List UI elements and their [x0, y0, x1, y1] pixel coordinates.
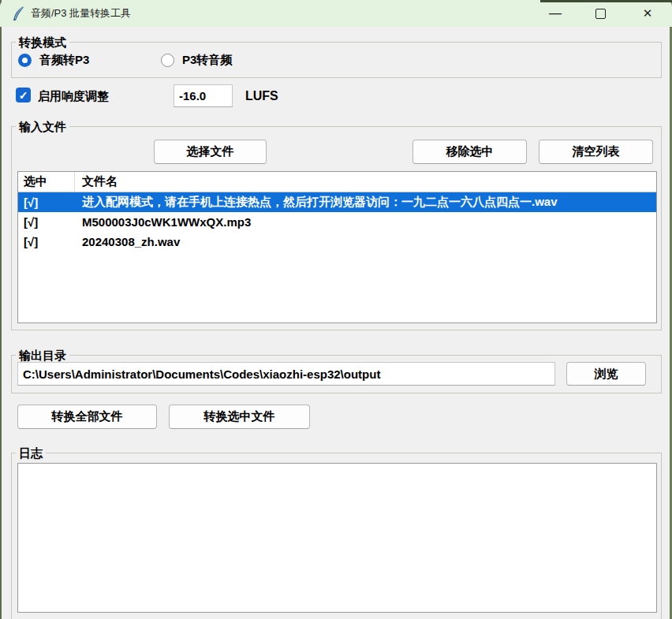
radio-selected-icon: [18, 54, 32, 67]
remove-selected-button[interactable]: 移除选中: [413, 140, 527, 164]
input-files-group-label: 输入文件: [16, 119, 69, 134]
convert-selected-button[interactable]: 转换选中文件: [169, 405, 310, 429]
close-button[interactable]: ✕: [629, 0, 666, 27]
lufs-unit-label: LUFS: [245, 89, 278, 103]
clear-list-button[interactable]: 清空列表: [539, 140, 653, 164]
window-title: 音频/P3 批量转换工具: [31, 0, 131, 27]
log-group-label: 日志: [16, 446, 46, 461]
lufs-input[interactable]: [174, 84, 233, 107]
title-bar[interactable]: 音频/P3 批量转换工具 — ✕: [0, 0, 672, 27]
column-header-checked[interactable]: 选中: [18, 172, 75, 192]
file-list-table[interactable]: 选中 文件名 [√] 进入配网模式，请在手机上连接热点，然后打开浏览器访问：一九…: [17, 171, 657, 323]
radio-p3-to-audio[interactable]: P3转音频: [161, 53, 232, 68]
select-files-button[interactable]: 选择文件: [154, 140, 267, 164]
row-filename-cell: 进入配网模式，请在手机上连接热点，然后打开浏览器访问：一九二点一六八点四点一.w…: [75, 195, 656, 210]
row-checked-cell: [√]: [18, 196, 75, 209]
app-window: 音频/P3 批量转换工具 — ✕ 转换模式 音频转P3 P3转音频 ✓ 启用响度…: [0, 0, 672, 619]
loudness-checkbox-label: 启用响度调整: [38, 89, 109, 104]
window-top-edge: [540, 0, 672, 2]
tk-feather-icon: [11, 6, 24, 21]
check-icon: ✓: [19, 90, 28, 101]
maximize-button[interactable]: [582, 0, 618, 27]
convert-all-button[interactable]: 转换全部文件: [17, 405, 157, 429]
loudness-checkbox[interactable]: ✓: [16, 88, 31, 103]
table-row[interactable]: [√] M500003J0cWK1WWxQX.mp3: [18, 212, 656, 232]
row-filename-cell: 20240308_zh.wav: [75, 235, 656, 248]
minimize-icon: —: [549, 6, 562, 21]
maximize-icon: [595, 9, 606, 19]
log-output[interactable]: [17, 463, 657, 613]
close-icon: ✕: [643, 6, 653, 21]
row-checked-cell: [√]: [18, 235, 75, 248]
output-path-input[interactable]: [17, 362, 555, 386]
window-left-edge: [0, 0, 2, 619]
radio-p3-to-audio-label: P3转音频: [182, 53, 232, 68]
column-header-filename[interactable]: 文件名: [75, 172, 656, 192]
table-header: 选中 文件名: [18, 172, 656, 192]
browse-button[interactable]: 浏览: [566, 362, 646, 386]
mode-group: 转换模式 音频转P3 P3转音频: [11, 42, 662, 78]
radio-audio-to-p3-label: 音频转P3: [39, 53, 89, 68]
row-checked-cell: [√]: [18, 215, 75, 229]
row-filename-cell: M500003J0cWK1WWxQX.mp3: [75, 215, 656, 229]
mode-group-label: 转换模式: [16, 35, 69, 50]
table-row[interactable]: [√] 20240308_zh.wav: [18, 232, 656, 252]
output-dir-group-label: 输出目录: [16, 348, 69, 363]
radio-unselected-icon: [161, 54, 174, 67]
table-row[interactable]: [√] 进入配网模式，请在手机上连接热点，然后打开浏览器访问：一九二点一六八点四…: [18, 192, 656, 212]
minimize-button[interactable]: —: [537, 0, 573, 27]
radio-audio-to-p3[interactable]: 音频转P3: [18, 53, 89, 68]
